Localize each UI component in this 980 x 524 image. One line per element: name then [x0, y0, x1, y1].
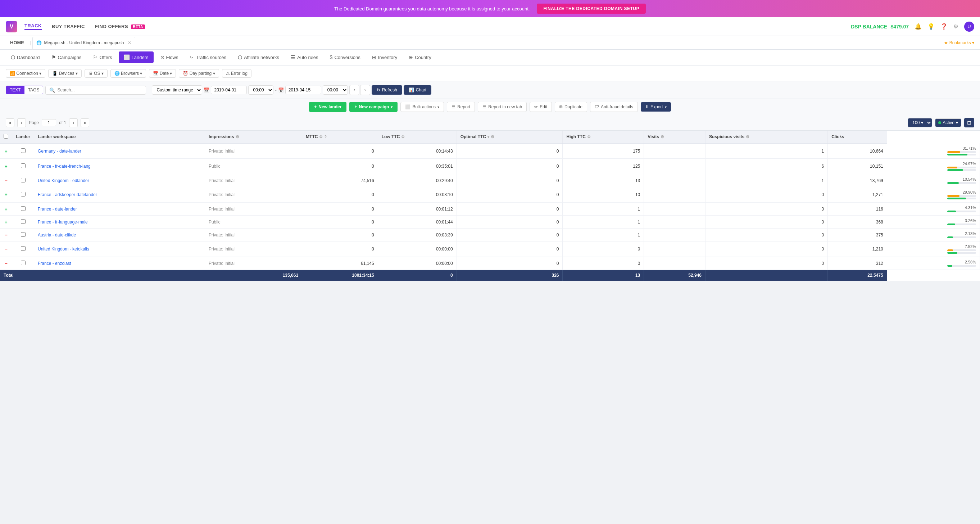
anti-fraud-btn[interactable]: 🛡 Anti-fraud details [590, 102, 638, 112]
impressions-gear-icon[interactable]: ⚙ [235, 135, 239, 139]
active-select[interactable]: Active ▾ [935, 118, 961, 127]
row-status-3[interactable]: + [0, 187, 12, 202]
visits-gear-icon[interactable]: ⚙ [660, 135, 664, 139]
filter-error-log[interactable]: ⚠ Error log [222, 69, 251, 78]
nav-buy-traffic[interactable]: BUY TRAFFIC [52, 24, 85, 29]
finalize-domain-btn[interactable]: FINALIZE THE DEDICATED DOMAIN SETUP [537, 3, 646, 14]
row-status-5[interactable]: + [0, 215, 12, 229]
sub-nav-country[interactable]: ⊕ Country [404, 51, 436, 63]
suspicious-gear-icon[interactable]: ⚙ [746, 135, 749, 139]
export-btn[interactable]: ⬆ Export ▾ [641, 102, 671, 111]
bell-icon[interactable]: 🔔 [915, 23, 922, 30]
next-page-btn[interactable]: › [69, 118, 78, 127]
date-range-select[interactable]: Custom time range [152, 85, 202, 95]
row-check-3[interactable] [21, 192, 25, 196]
row-status-2[interactable]: − [0, 174, 12, 187]
sub-nav-conversions[interactable]: $ Conversions [325, 51, 366, 63]
new-campaign-btn[interactable]: + New campaign ▾ [349, 102, 398, 112]
row-check-1[interactable] [21, 163, 25, 168]
optimal-gear-icon[interactable]: ⚙ [491, 135, 494, 139]
text-btn[interactable]: TEXT [6, 86, 24, 94]
th-mttc: MTTC ⚙ ? [302, 131, 378, 143]
sub-nav-traffic-sources[interactable]: ⤿ Traffic sources [185, 51, 231, 63]
search-input[interactable] [57, 88, 142, 92]
sub-nav-campaigns[interactable]: ⚑ Campaigns [46, 51, 87, 63]
time-to-select[interactable]: 00:00 [323, 85, 348, 95]
filter-devices[interactable]: 📱 Devices ▾ [48, 69, 81, 78]
sub-nav-landers[interactable]: ⬜ Landers [119, 51, 154, 63]
refresh-btn[interactable]: ↻ Refresh [372, 85, 402, 95]
row-status-7[interactable]: − [0, 242, 12, 257]
sub-nav-offers[interactable]: ⚐ Offers [88, 51, 117, 63]
chart-btn[interactable]: 📊 Chart [404, 85, 431, 95]
high-gear-icon[interactable]: ⚙ [587, 135, 591, 139]
filter-os[interactable]: 🖥 OS ▾ [84, 69, 108, 78]
row-check-6[interactable] [21, 232, 25, 237]
calendar-from-icon[interactable]: 📅 [204, 88, 209, 93]
duplicate-btn[interactable]: ⧉ Duplicate [555, 102, 587, 112]
bulk-actions-btn[interactable]: ⬜ Bulk actions ▾ [401, 102, 444, 112]
prev-date-btn[interactable]: ‹ [349, 85, 360, 95]
edit-btn[interactable]: ✏ Edit [530, 102, 552, 112]
row-status-8[interactable]: − [0, 257, 12, 270]
sub-nav-dashboard[interactable]: ⬡ Dashboard [6, 51, 45, 63]
row-status-1[interactable]: + [0, 159, 12, 174]
total-suspicious [705, 270, 828, 281]
time-from-select[interactable]: 00:00 [248, 85, 274, 95]
tab-home[interactable]: HOME [6, 40, 29, 45]
row-check-5[interactable] [21, 219, 25, 224]
report-btn[interactable]: ☰ Report [447, 102, 475, 112]
sub-nav-inventory[interactable]: ⊞ Inventory [367, 51, 402, 63]
nav-find-offers[interactable]: FIND OFFERS beta [95, 24, 145, 29]
low-ttc-gear-icon[interactable]: ⚙ [401, 135, 405, 139]
calendar-to-icon[interactable]: 📅 [278, 88, 284, 93]
next-date-btn[interactable]: › [360, 85, 370, 95]
prev-page-btn[interactable]: ‹ [17, 118, 26, 127]
help-icon[interactable]: ❓ [940, 23, 948, 30]
bookmarks-btn[interactable]: ★ Bookmarks ▾ [944, 40, 974, 45]
date-to-input[interactable] [285, 86, 321, 94]
sub-nav-auto-rules[interactable]: ☰ Auto rules [286, 51, 323, 63]
light-icon[interactable]: 💡 [928, 23, 935, 30]
country-icon: ⊕ [409, 54, 413, 60]
filter-date[interactable]: 📅 Date ▾ [149, 69, 176, 78]
toolbar: TEXT TAGS 🔍 Custom time range 📅 00:00 - … [0, 81, 980, 99]
sub-nav-affiliate-networks[interactable]: ⬡ Affiliate networks [233, 51, 284, 63]
filter-browsers[interactable]: 🌐 Browsers ▾ [110, 69, 146, 78]
row-mttc-4: 00:01:12 [378, 202, 457, 215]
new-lander-btn[interactable]: + New lander [309, 102, 347, 112]
last-page-btn[interactable]: » [81, 118, 89, 127]
sub-nav: ⬡ Dashboard ⚑ Campaigns ⚐ Offers ⬜ Lande… [0, 50, 980, 65]
columns-btn[interactable]: ⊟ [964, 118, 974, 127]
sub-nav-flows[interactable]: ⤭ Flows [155, 51, 183, 63]
tab-close-icon[interactable]: ✕ [128, 40, 131, 45]
row-check-0[interactable] [21, 148, 25, 153]
page-input[interactable] [42, 119, 56, 126]
user-avatar[interactable]: U [964, 22, 974, 32]
row-status-4[interactable]: + [0, 202, 12, 215]
row-check-8[interactable] [21, 261, 25, 265]
tags-btn[interactable]: TAGS [24, 86, 43, 94]
mttc-gear-icon[interactable]: ⚙ [319, 135, 323, 139]
filter-connection[interactable]: 📶 Connection ▾ [6, 69, 45, 78]
first-page-btn[interactable]: « [6, 118, 14, 127]
active-tab[interactable]: 🌐 Megapu.sh - United Kingdom - megapush … [32, 37, 135, 49]
row-check-7[interactable] [21, 246, 25, 251]
optimal-sort-icon[interactable]: ▾ [487, 135, 489, 139]
select-all-checkbox[interactable] [3, 134, 8, 139]
nav-track[interactable]: TRACK [24, 23, 42, 30]
settings-icon[interactable]: ⚙ [953, 23, 958, 30]
report-new-tab-btn[interactable]: ☰ Report in new tab [478, 102, 527, 112]
per-page-select[interactable]: 100 ▾ [908, 118, 932, 127]
tab-label: Megapu.sh - United Kingdom - megapush [44, 40, 124, 45]
row-check-2[interactable] [21, 178, 25, 182]
row-check-4[interactable] [21, 206, 25, 211]
filter-day-parting[interactable]: ⏰ Day parting ▾ [179, 69, 219, 78]
plus-icon-2: + [354, 104, 357, 110]
mttc-help-icon[interactable]: ? [324, 135, 327, 139]
row-status-6[interactable]: − [0, 229, 12, 242]
date-from-input[interactable] [211, 86, 247, 94]
row-workspace-2: Private: Initial [205, 174, 302, 187]
offers-icon: ⚐ [93, 54, 97, 60]
row-status-0[interactable]: + [0, 143, 12, 159]
